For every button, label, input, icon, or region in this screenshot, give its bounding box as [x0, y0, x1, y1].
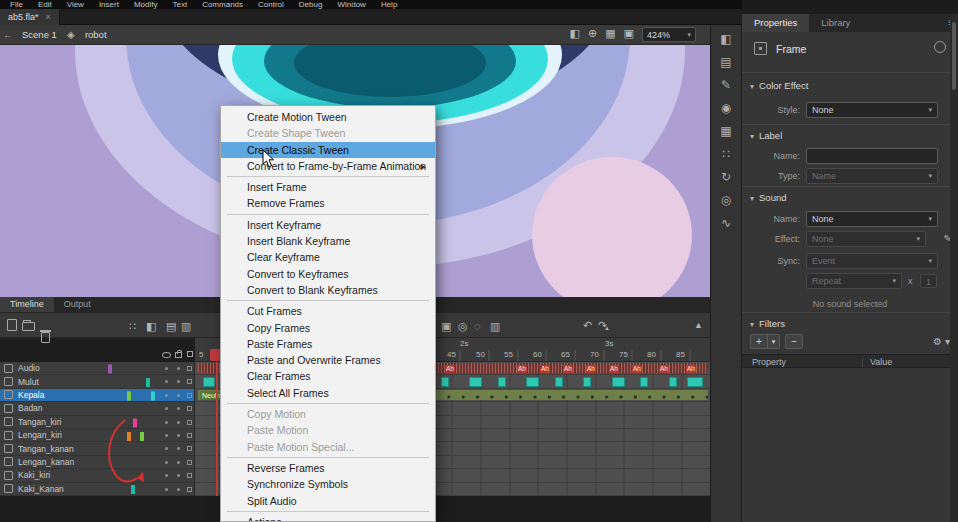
menu-item-split-audio[interactable]: Split Audio [221, 493, 435, 509]
menu-item-insert-frame[interactable]: Insert Frame [221, 179, 435, 195]
tab-library[interactable]: Library [809, 14, 862, 32]
menu-item-create-classic-tween[interactable]: Create Classic Tween [221, 142, 435, 158]
layer-panel-icon[interactable]: ▥ [181, 320, 191, 332]
panel-options-icon[interactable] [934, 41, 946, 53]
add-filter-button[interactable]: + ▾ [750, 334, 780, 349]
menu-text[interactable]: Text [172, 0, 187, 9]
frame-label: Neutral [200, 391, 222, 400]
menu-item-paste-frames[interactable]: Paste Frames [221, 336, 435, 352]
keyframe-cell[interactable] [441, 377, 449, 388]
camera-panel-icon[interactable]: ◧ [720, 33, 731, 45]
scrollbar-thumb[interactable] [952, 22, 956, 90]
section-sound[interactable]: Sound [750, 192, 787, 203]
menu-item-clear-keyframe[interactable]: Clear Keyframe [221, 249, 435, 265]
menu-item-copy-frames[interactable]: Copy Frames [221, 320, 435, 336]
keyframe-cell[interactable] [526, 377, 539, 388]
menu-view[interactable]: View [67, 0, 84, 9]
breadcrumb-scene[interactable]: Scene 1 [22, 29, 57, 40]
section-label[interactable]: Label [750, 130, 782, 141]
camera-layer-icon[interactable]: ◧ [146, 320, 156, 332]
onion-outline-icon[interactable]: ◌ [474, 320, 481, 332]
scrollbar[interactable] [950, 14, 958, 522]
plus-icon[interactable]: + [751, 335, 767, 348]
zoom-in-icon[interactable]: ▲ [694, 319, 703, 331]
menu-control[interactable]: Control [258, 0, 284, 9]
frames-panel-icon[interactable]: ▤ [720, 56, 731, 68]
sound-name-dropdown[interactable]: None ▾ [806, 211, 938, 227]
section-color-effect[interactable]: Color Effect [750, 80, 808, 91]
lock-column-icon[interactable] [175, 352, 182, 358]
camera-icon[interactable]: ◧ [570, 27, 580, 40]
menu-file[interactable]: File [10, 0, 23, 9]
tab-properties[interactable]: Properties [742, 14, 809, 32]
menu-item-insert-blank-keyframe[interactable]: Insert Blank Keyframe [221, 233, 435, 249]
keyframe-cell[interactable] [612, 377, 625, 388]
target-panel-icon[interactable]: ◎ [721, 194, 731, 206]
menu-edit[interactable]: Edit [38, 0, 52, 9]
menu-insert[interactable]: Insert [99, 0, 119, 9]
info-panel-icon[interactable]: ◉ [721, 102, 731, 114]
history-panel-icon[interactable]: ↻ [721, 171, 731, 183]
step-back-icon[interactable]: ↶ [583, 319, 592, 331]
keyframe-cell[interactable] [469, 377, 482, 388]
menu-commands[interactable]: Commands [202, 0, 243, 9]
menu-item-synchronize-symbols[interactable]: Synchronize Symbols [221, 476, 435, 492]
eye-column-icon[interactable] [162, 352, 171, 358]
delete-layer-icon[interactable] [41, 332, 50, 343]
advanced-layers-icon[interactable]: ▤ [166, 320, 176, 332]
keyframe-cell[interactable] [555, 377, 563, 388]
menu-item-convert-frame-by-frame[interactable]: Convert to Frame-by-Frame Animation▶ [221, 158, 435, 174]
grid-panel-icon[interactable]: ▦ [720, 125, 731, 137]
menu-item-reverse-frames[interactable]: Reverse Frames [221, 460, 435, 476]
dot-grid-icon[interactable]: ∷ [129, 320, 136, 332]
pencil-panel-icon[interactable]: ✎ [721, 79, 731, 91]
menu-item-select-all-frames[interactable]: Select All Frames [221, 385, 435, 401]
menu-debug[interactable]: Debug [299, 0, 323, 9]
style-dropdown[interactable]: None ▾ [806, 102, 938, 118]
keyframe-cell[interactable] [498, 377, 506, 388]
breadcrumb-symbol[interactable]: robot [85, 29, 107, 40]
keyframe-cell[interactable] [640, 377, 648, 388]
clip-content-icon[interactable]: ▣ [624, 27, 634, 40]
menu-modify[interactable]: Modify [134, 0, 158, 9]
keyframe-cell[interactable] [203, 377, 215, 388]
remove-filter-button[interactable]: − [785, 334, 803, 349]
new-layer-icon[interactable] [7, 319, 17, 331]
tab-timeline[interactable]: Timeline [0, 297, 54, 312]
keyframe-cell[interactable] [583, 377, 591, 388]
document-tab[interactable]: ab5.fla* × [0, 9, 60, 25]
zoom-select[interactable]: 424% ▾ [642, 27, 696, 42]
menu-item-actions[interactable]: Actions [221, 514, 435, 522]
menu-item-clear-frames[interactable]: Clear Frames [221, 368, 435, 384]
minus-icon[interactable]: − [786, 335, 802, 348]
zoom-out-icon[interactable]: ▲ [604, 322, 610, 334]
close-tab-icon[interactable]: × [46, 12, 51, 22]
edit-multiple-frames-icon[interactable]: ▥ [490, 320, 500, 332]
menu-item-create-motion-tween[interactable]: Create Motion Tween [221, 109, 435, 125]
center-frame-icon[interactable]: ▣ [441, 320, 451, 332]
chevron-down-icon[interactable]: ▾ [767, 335, 780, 348]
menu-item-convert-to-blank-keyframes[interactable]: Convert to Blank Keyframes [221, 282, 435, 298]
fragments-panel-icon[interactable]: ∷ [722, 148, 730, 160]
section-filters[interactable]: Filters [750, 318, 785, 329]
graph-panel-icon[interactable]: ∿ [721, 217, 731, 229]
menu-window[interactable]: Window [337, 0, 365, 9]
menu-item-insert-keyframe[interactable]: Insert Keyframe [221, 217, 435, 233]
menu-help[interactable]: Help [381, 0, 397, 9]
keyframe-cell[interactable] [687, 377, 703, 388]
gear-icon[interactable]: ⚙ [933, 336, 942, 347]
outline-column-icon[interactable] [187, 351, 193, 357]
tab-output[interactable]: Output [54, 297, 101, 312]
playhead-line[interactable] [216, 362, 218, 496]
new-folder-icon[interactable] [22, 322, 35, 331]
grid-icon[interactable]: ▦ [605, 27, 615, 40]
keyframe-cell[interactable] [669, 377, 677, 388]
menu-item-convert-to-keyframes[interactable]: Convert to Keyframes [221, 266, 435, 282]
label-name-input[interactable] [806, 148, 938, 164]
menu-item-cut-frames[interactable]: Cut Frames [221, 303, 435, 319]
back-arrow-icon[interactable]: ← [0, 29, 16, 40]
onion-skin-icon[interactable]: ◎ [458, 320, 468, 332]
menu-item-remove-frames[interactable]: Remove Frames [221, 195, 435, 211]
fit-stage-icon[interactable]: ⊕ [588, 27, 597, 40]
menu-item-paste-overwrite-frames[interactable]: Paste and Overwrite Frames [221, 352, 435, 368]
